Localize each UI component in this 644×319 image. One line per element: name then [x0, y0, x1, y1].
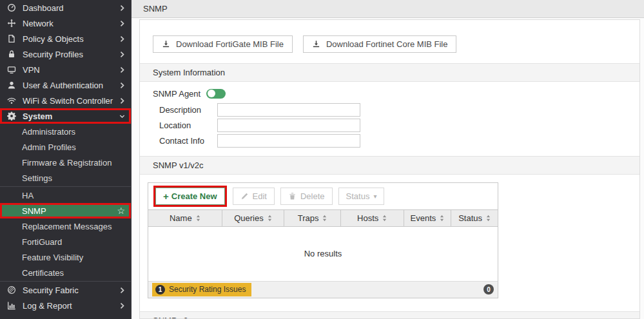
sort-icon	[322, 215, 327, 222]
sidebar-item-system[interactable]: System	[0, 108, 131, 124]
description-input[interactable]	[217, 103, 360, 117]
sidebar-item-label: User & Authentication	[23, 81, 119, 90]
chevron-right-icon	[119, 82, 125, 89]
sort-icon	[440, 215, 444, 222]
column-header-events[interactable]: Events	[404, 210, 452, 226]
sidebar-item-certificates[interactable]: Certificates	[0, 265, 131, 280]
chevron-down-icon	[119, 113, 125, 120]
sidebar-item-administrators[interactable]: Administrators	[0, 124, 131, 139]
page-title: SNMP	[143, 4, 168, 14]
sidebar-item-label: Administrators	[22, 127, 125, 137]
gauge-icon	[6, 3, 17, 13]
sidebar: DashboardNetworkPolicy & ObjectsSecurity…	[0, 0, 132, 319]
sidebar-item-replacement-messages[interactable]: Replacement Messages	[0, 218, 131, 234]
sidebar-item-label: SNMP	[22, 206, 117, 216]
sidebar-separator	[0, 186, 131, 187]
sidebar-item-label: FortiGuard	[22, 237, 125, 247]
sidebar-item-fortiguard[interactable]: FortiGuard	[0, 234, 131, 249]
status-dropdown-button[interactable]: Status ▾	[338, 188, 385, 205]
sidebar-item-label: Security Fabric	[23, 285, 119, 295]
sidebar-item-wifi-switch-controller[interactable]: WiFi & Switch Controller	[0, 93, 131, 108]
section-title: SNMP v3	[153, 316, 188, 319]
caret-down-icon: ▾	[373, 193, 376, 200]
column-header-name[interactable]: Name	[148, 210, 222, 226]
sidebar-item-vpn[interactable]: VPN	[0, 62, 131, 77]
system-information-header: System Information	[140, 63, 639, 82]
chevron-right-icon	[119, 51, 125, 58]
section-title: SNMP v1/v2c	[153, 160, 204, 170]
wifi-icon	[6, 96, 17, 106]
sidebar-item-label: Settings	[22, 173, 125, 183]
column-header-label: Name	[170, 213, 192, 223]
toggle-knob	[208, 90, 215, 97]
main-content: SNMP Download FortiGate MIB File Downloa…	[132, 0, 644, 319]
sidebar-item-network[interactable]: Network	[0, 15, 131, 31]
snmp-v1v2c-table: + Create New Edit Delete Status ▾ Name	[148, 182, 498, 298]
snmp-agent-toggle[interactable]	[206, 89, 226, 99]
column-header-label: Traps	[298, 213, 319, 223]
sort-icon	[486, 215, 491, 222]
sidebar-item-security-profiles[interactable]: Security Profiles	[0, 46, 131, 62]
sidebar-item-log-report[interactable]: Log & Report	[0, 298, 131, 313]
button-label: Create New	[171, 191, 217, 201]
column-header-queries[interactable]: Queries	[222, 210, 285, 226]
form-field-row: Contact Info	[153, 134, 639, 148]
sidebar-item-admin-profiles[interactable]: Admin Profiles	[0, 139, 131, 155]
sidebar-item-label: Feature Visibility	[22, 253, 125, 262]
fabric-icon	[6, 285, 17, 295]
location-input[interactable]	[217, 119, 360, 132]
button-label: Delete	[300, 191, 325, 201]
form-field-row: Location	[153, 119, 639, 132]
sidebar-item-dashboard[interactable]: Dashboard	[0, 0, 131, 15]
lock-icon	[6, 50, 17, 59]
column-header-label: Queries	[234, 213, 264, 223]
sidebar-item-label: Dashboard	[23, 3, 119, 13]
sidebar-item-policy-objects[interactable]: Policy & Objects	[0, 31, 131, 46]
sidebar-item-ha[interactable]: HA	[0, 188, 131, 203]
security-rating-issues-badge[interactable]: 1 Security Rating Issues	[152, 283, 251, 296]
edit-button[interactable]: Edit	[233, 188, 275, 205]
sidebar-item-label: Certificates	[22, 268, 125, 278]
issue-count-badge: 1	[155, 285, 165, 295]
sidebar-item-firmware-registration[interactable]: Firmware & Registration	[0, 155, 131, 170]
chevron-right-icon	[119, 302, 125, 309]
favorite-star-icon[interactable]: ☆	[117, 206, 125, 216]
pencil-icon	[240, 192, 249, 200]
sidebar-item-user-authentication[interactable]: User & Authentication	[0, 77, 131, 93]
column-header-status[interactable]: Status	[451, 210, 498, 226]
download-fortinet-core-mib-button[interactable]: Download Fortinet Core MIB File	[303, 35, 457, 53]
sidebar-item-label: Network	[23, 19, 119, 28]
sort-icon	[196, 215, 200, 222]
column-header-hosts[interactable]: Hosts	[341, 210, 404, 226]
button-label: Edit	[253, 191, 267, 201]
sidebar-separator	[0, 281, 131, 282]
contact-info-input[interactable]	[217, 134, 360, 148]
content-card: Download FortiGate MIB File Download For…	[139, 19, 640, 319]
download-fortigate-mib-button[interactable]: Download FortiGate MIB File	[153, 35, 293, 53]
sidebar-item-settings[interactable]: Settings	[0, 170, 131, 186]
button-label: Download Fortinet Core MIB File	[326, 39, 448, 49]
chevron-right-icon	[119, 5, 125, 12]
monitor-icon	[6, 65, 17, 75]
sidebar-item-label: HA	[22, 191, 125, 200]
sidebar-item-security-fabric[interactable]: Security Fabric	[0, 282, 131, 298]
table-empty-state: No results	[148, 227, 498, 281]
create-new-button[interactable]: + Create New	[155, 188, 225, 205]
chevron-right-icon	[119, 20, 125, 27]
column-header-traps[interactable]: Traps	[284, 210, 341, 226]
sidebar-item-feature-visibility[interactable]: Feature Visibility	[0, 249, 131, 265]
sidebar-item-label: Security Profiles	[23, 50, 119, 59]
form-field-row: Description	[153, 103, 639, 117]
delete-button[interactable]: Delete	[280, 188, 333, 205]
sort-icon	[268, 215, 272, 222]
sidebar-item-label: Admin Profiles	[22, 142, 125, 152]
column-header-label: Events	[411, 213, 436, 223]
download-icon	[312, 40, 320, 48]
column-header-label: Status	[458, 213, 482, 223]
chevron-right-icon	[119, 35, 125, 43]
location-label: Location	[159, 121, 217, 130]
trash-icon	[288, 192, 297, 200]
sidebar-item-snmp[interactable]: SNMP☆	[0, 203, 131, 218]
snmp-v1v2c-header: SNMP v1/v2c	[140, 156, 639, 175]
gear-icon	[6, 111, 17, 121]
